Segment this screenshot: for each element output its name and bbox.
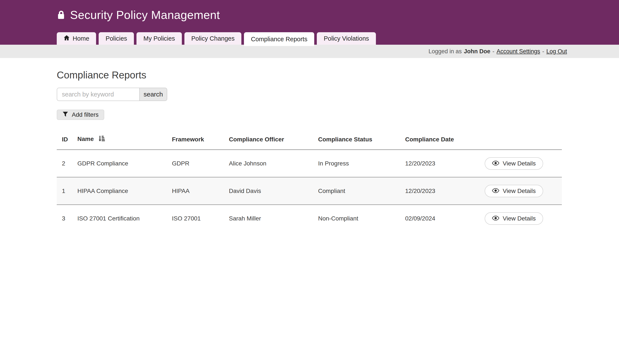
- sort-ascending-icon[interactable]: [98, 135, 105, 143]
- search-input[interactable]: [57, 88, 139, 101]
- column-header-name-label: Name: [77, 136, 94, 142]
- tab-label: Policy Changes: [191, 35, 235, 42]
- user-bar: Logged in as John Doe - Account Settings…: [0, 45, 619, 58]
- view-details-label: View Details: [503, 188, 536, 195]
- separator: -: [542, 48, 544, 55]
- add-filters-button[interactable]: Add filters: [57, 110, 104, 120]
- column-header-id: ID: [57, 130, 77, 150]
- home-icon: [64, 35, 70, 42]
- table-header-row: ID Name: [57, 130, 562, 150]
- column-header-date: Compliance Date: [405, 130, 485, 150]
- logout-link[interactable]: Log Out: [546, 48, 567, 55]
- logged-in-prefix: Logged in as: [429, 48, 462, 55]
- tab-my-policies[interactable]: My Policies: [137, 32, 182, 45]
- search-button[interactable]: search: [139, 88, 167, 101]
- brand: Security Policy Management: [0, 0, 619, 21]
- filter-icon: [62, 111, 68, 119]
- column-header-actions: [485, 130, 562, 150]
- tab-home[interactable]: Home: [57, 32, 96, 45]
- tab-label: Compliance Reports: [251, 36, 307, 43]
- tab-policy-changes[interactable]: Policy Changes: [184, 32, 242, 45]
- table-row: 1 HIPAA Compliance HIPAA David Davis Com…: [57, 177, 562, 205]
- username: John Doe: [464, 48, 490, 55]
- cell-actions: View Details: [485, 205, 562, 232]
- cell-officer: Sarah Miller: [229, 205, 318, 232]
- cell-status: Non-Compliant: [318, 205, 405, 232]
- cell-date: 12/20/2023: [405, 150, 485, 177]
- cell-officer: Alice Johnson: [229, 150, 318, 177]
- tab-policy-violations[interactable]: Policy Violations: [317, 32, 376, 45]
- compliance-reports-table: ID Name: [57, 130, 562, 232]
- table-row: 3 ISO 27001 Certification ISO 27001 Sara…: [57, 205, 562, 232]
- table-row: 2 GDPR Compliance GDPR Alice Johnson In …: [57, 150, 562, 177]
- account-settings-link[interactable]: Account Settings: [496, 48, 540, 55]
- tab-label: Home: [73, 35, 89, 42]
- cell-date: 12/20/2023: [405, 177, 485, 205]
- column-header-officer: Compliance Officer: [229, 130, 318, 150]
- cell-status: Compliant: [318, 177, 405, 205]
- cell-framework: GDPR: [172, 150, 229, 177]
- view-details-label: View Details: [503, 215, 536, 222]
- cell-actions: View Details: [485, 177, 562, 205]
- app-header: Security Policy Management Home Policies…: [0, 0, 619, 45]
- cell-officer: David Davis: [229, 177, 318, 205]
- cell-name: ISO 27001 Certification: [77, 205, 172, 232]
- main-content: Compliance Reports search Add filters ID…: [0, 69, 619, 232]
- view-details-button[interactable]: View Details: [485, 157, 543, 170]
- cell-id: 3: [57, 205, 77, 232]
- cell-framework: HIPAA: [172, 177, 229, 205]
- cell-framework: ISO 27001: [172, 205, 229, 232]
- view-details-button[interactable]: View Details: [485, 212, 543, 225]
- column-header-status: Compliance Status: [318, 130, 405, 150]
- tab-label: Policy Violations: [324, 35, 369, 42]
- cell-id: 2: [57, 150, 77, 177]
- tab-policies[interactable]: Policies: [99, 32, 134, 45]
- column-header-framework: Framework: [172, 130, 229, 150]
- cell-name: HIPAA Compliance: [77, 177, 172, 205]
- eye-icon: [492, 160, 499, 167]
- separator: -: [492, 48, 494, 55]
- page-title: Compliance Reports: [57, 69, 562, 81]
- cell-status: In Progress: [318, 150, 405, 177]
- view-details-button[interactable]: View Details: [485, 185, 543, 197]
- app-title: Security Policy Management: [70, 8, 220, 21]
- add-filters-label: Add filters: [72, 111, 99, 118]
- cell-name: GDPR Compliance: [77, 150, 172, 177]
- cell-actions: View Details: [485, 150, 562, 177]
- filters-row: Add filters: [57, 110, 562, 120]
- cell-date: 02/09/2024: [405, 205, 485, 232]
- view-details-label: View Details: [503, 160, 536, 167]
- column-header-name[interactable]: Name: [77, 130, 172, 150]
- search-bar: search: [57, 88, 562, 101]
- tab-label: Policies: [106, 35, 127, 42]
- eye-icon: [492, 188, 499, 195]
- tab-compliance-reports[interactable]: Compliance Reports: [244, 32, 314, 46]
- lock-icon: [57, 10, 65, 20]
- tab-label: My Policies: [143, 35, 175, 42]
- eye-icon: [492, 215, 499, 222]
- nav-tabs: Home Policies My Policies Policy Changes…: [57, 32, 376, 45]
- cell-id: 1: [57, 177, 77, 205]
